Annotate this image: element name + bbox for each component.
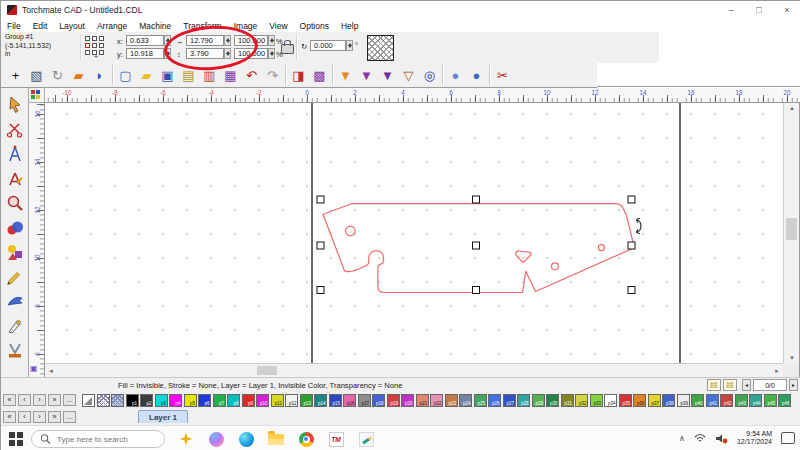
color-swatch[interactable]: p44: [749, 394, 762, 407]
color-swatch[interactable]: p35: [619, 394, 632, 407]
palette-nav-button[interactable]: …: [63, 394, 76, 406]
selection-handle[interactable]: [317, 242, 324, 249]
taskbar-search[interactable]: [31, 430, 165, 448]
height-spinner[interactable]: [224, 48, 231, 59]
page-prev-button[interactable]: ◄: [742, 379, 751, 391]
color-swatch[interactable]: p37: [648, 394, 661, 407]
selection-handle[interactable]: [628, 287, 635, 294]
render-front-icon[interactable]: ●: [445, 65, 466, 85]
color-swatch[interactable]: p12: [285, 394, 298, 407]
giftware-tool-icon[interactable]: [4, 241, 26, 263]
weld-lens-icon[interactable]: ◗: [89, 65, 110, 85]
color-swatch[interactable]: p26: [488, 394, 501, 407]
selection-handle[interactable]: [473, 242, 480, 249]
save-file-icon[interactable]: ▣: [157, 65, 178, 85]
selection-handle[interactable]: [317, 196, 324, 203]
color-swatch[interactable]: p36: [633, 394, 646, 407]
color-swatch[interactable]: p20: [401, 394, 414, 407]
menu-layout[interactable]: Layout: [53, 21, 91, 31]
exit-icon[interactable]: ◨: [288, 65, 309, 85]
color-swatch[interactable]: p11: [271, 394, 284, 407]
scroll-down-arrow[interactable]: ▼: [789, 355, 795, 361]
menu-edit[interactable]: Edit: [27, 21, 54, 31]
start-button[interactable]: [9, 432, 23, 446]
fill-preview-swatch[interactable]: [367, 35, 394, 61]
shapes-tool-icon[interactable]: [4, 217, 26, 239]
material-icon[interactable]: ▩: [309, 65, 330, 85]
widgets-sparkle-icon[interactable]: [177, 430, 195, 448]
proportional-lock-icon[interactable]: [281, 44, 294, 54]
menu-arrange[interactable]: Arrange: [91, 21, 133, 31]
scale-x-field[interactable]: 100.000: [234, 35, 268, 46]
vertical-scrollbar[interactable]: ▲ ▼: [783, 103, 799, 363]
ruler-origin-icon[interactable]: [29, 88, 45, 103]
palette-nav-button[interactable]: ‹: [18, 394, 31, 406]
tool-path-dot-icon[interactable]: ▼: [377, 65, 398, 85]
color-swatch[interactable]: p33: [590, 394, 603, 407]
wifi-icon[interactable]: [694, 433, 706, 443]
arrow-draw-tool-icon[interactable]: [4, 290, 26, 312]
color-swatch[interactable]: p31: [561, 394, 574, 407]
import-icon[interactable]: ▤: [178, 65, 199, 85]
color-swatch[interactable]: p24: [459, 394, 472, 407]
export-icon[interactable]: ▥: [199, 65, 220, 85]
part-hole-wedge[interactable]: [516, 251, 531, 262]
scale-y-spinner[interactable]: [268, 48, 275, 59]
color-swatch[interactable]: p28: [517, 394, 530, 407]
color-swatch[interactable]: p8: [227, 394, 240, 407]
menu-file[interactable]: File: [1, 21, 27, 31]
swatch-pattern[interactable]: [111, 394, 124, 407]
y-position-field[interactable]: 10.918: [126, 48, 164, 59]
height-field[interactable]: 3.790: [186, 48, 224, 59]
swatch-pattern[interactable]: [97, 394, 110, 407]
file-explorer-icon[interactable]: [267, 430, 285, 448]
zoom-tool-icon[interactable]: [4, 192, 26, 214]
color-swatch[interactable]: p17: [358, 394, 371, 407]
weld-tool-icon[interactable]: [4, 339, 26, 361]
scroll-up-arrow[interactable]: ▲: [789, 105, 795, 111]
color-swatch[interactable]: p7: [213, 394, 226, 407]
y-spinner[interactable]: [164, 48, 171, 59]
color-swatch[interactable]: p27: [503, 394, 516, 407]
tool-path-female-icon[interactable]: ▼: [356, 65, 377, 85]
measure-tool-icon[interactable]: [4, 143, 26, 165]
scale-x-spinner[interactable]: [268, 35, 275, 46]
tray-chevron-icon[interactable]: ∧: [679, 434, 685, 443]
layer-nav-button[interactable]: ‹: [18, 411, 31, 423]
layer-nav-button[interactable]: ›: [33, 411, 46, 423]
palette-page-icon[interactable]: ▤: [707, 379, 721, 391]
tool-path-tray-icon[interactable]: ▽: [398, 65, 419, 85]
chrome-icon[interactable]: [297, 430, 315, 448]
color-swatch[interactable]: p23: [445, 394, 458, 407]
color-swatch[interactable]: p34: [604, 394, 617, 407]
swatch-invisible[interactable]: [82, 394, 95, 407]
node-pen-tool-icon[interactable]: [4, 315, 26, 337]
layer-nav-button[interactable]: «: [3, 411, 16, 423]
menu-help[interactable]: Help: [335, 21, 364, 31]
torchmate-app-icon[interactable]: TM: [327, 430, 345, 448]
layer-nav-button[interactable]: …: [63, 411, 76, 423]
color-swatch[interactable]: p4: [169, 394, 182, 407]
copilot-icon[interactable]: [207, 430, 225, 448]
vertical-scroll-thumb[interactable]: [786, 218, 797, 240]
part-hole-small[interactable]: [598, 245, 604, 251]
color-swatch[interactable]: p22: [430, 394, 443, 407]
menu-view[interactable]: View: [263, 21, 293, 31]
width-spinner[interactable]: [224, 35, 231, 46]
line-draw-tool-icon[interactable]: [4, 266, 26, 288]
rotation-spinner[interactable]: [346, 40, 353, 51]
palette-nav-button[interactable]: ›: [33, 394, 46, 406]
redo-icon[interactable]: ↷: [262, 65, 283, 85]
horizontal-scrollbar[interactable]: ◄ ►: [45, 363, 783, 377]
color-swatch[interactable]: p45: [764, 394, 777, 407]
select-tool-icon[interactable]: [4, 94, 26, 116]
minimize-button[interactable]: –: [717, 1, 745, 19]
render-back-icon[interactable]: ●: [466, 65, 487, 85]
x-spinner[interactable]: [164, 35, 171, 46]
layer-nav-button[interactable]: »: [48, 411, 61, 423]
color-swatch[interactable]: p3: [155, 394, 168, 407]
part-hole-large[interactable]: [346, 226, 356, 236]
color-swatch[interactable]: p32: [575, 394, 588, 407]
text-tool-icon[interactable]: [4, 168, 26, 190]
selection-handle[interactable]: [628, 196, 635, 203]
